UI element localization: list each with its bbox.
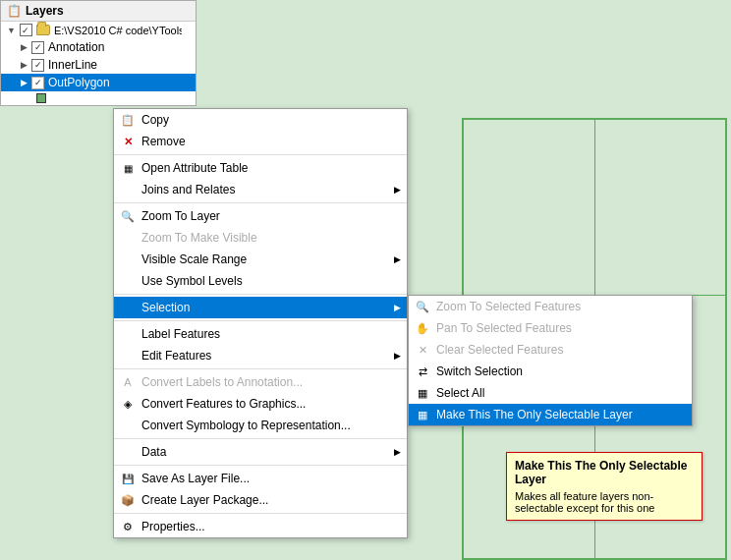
submenu-pan-selected-label: Pan To Selected Features (436, 321, 572, 335)
collapse-arrow-folder[interactable]: ▼ (7, 26, 16, 35)
menu-item-joins-relates[interactable]: Joins and Relates (114, 179, 407, 200)
symbol-levels-icon (120, 273, 136, 289)
switch-selection-icon: ⇄ (415, 364, 430, 379)
submenu-switch-selection[interactable]: ⇄ Switch Selection (409, 361, 692, 382)
convert-annotation-icon: A (120, 374, 136, 390)
layer-square-symbol (36, 93, 46, 103)
layer-item-innerline[interactable]: ▶ InnerLine (1, 56, 196, 74)
menu-item-save-layer[interactable]: 💾 Save As Layer File... (114, 468, 407, 489)
menu-item-properties[interactable]: ⚙ Properties... (114, 516, 407, 537)
menu-item-joins-label: Joins and Relates (141, 183, 235, 196)
layers-panel: 📋 Layers ▼ E:\VS2010 C# code\YTools\YToo… (0, 0, 197, 106)
joins-icon (120, 182, 136, 197)
zoom-selected-icon: 🔍 (415, 299, 430, 314)
menu-item-convert-graphics[interactable]: ◈ Convert Features to Graphics... (114, 393, 407, 415)
separator-1 (114, 154, 407, 155)
menu-item-scale-range[interactable]: Visible Scale Range (114, 249, 407, 270)
data-icon (120, 444, 136, 460)
collapse-arrow-outpolygon[interactable]: ▶ (21, 78, 28, 87)
separator-7 (114, 465, 407, 466)
tooltip-title: Make This The Only Selectable Layer (515, 459, 694, 486)
submenu-zoom-selected-label: Zoom To Selected Features (436, 300, 581, 313)
submenu-select-all[interactable]: ▦ Select All (409, 382, 692, 404)
collapse-arrow-annotation[interactable]: ▶ (21, 42, 28, 52)
menu-item-label-features[interactable]: Label Features (114, 323, 407, 345)
menu-item-symbol-levels[interactable]: Use Symbol Levels (114, 270, 407, 292)
separator-3 (114, 294, 407, 295)
layer-checkbox-outpolygon[interactable] (31, 77, 44, 89)
select-all-icon: ▦ (415, 385, 430, 401)
layer-folder-label: E:\VS2010 C# code\YTools\YTools\bin\D (54, 25, 182, 36)
menu-item-open-attribute-label: Open Attribute Table (141, 161, 249, 175)
separator-6 (114, 438, 407, 439)
make-selectable-icon: ▦ (415, 407, 430, 422)
menu-item-zoom-layer-label: Zoom To Layer (141, 209, 220, 223)
separator-4 (114, 320, 407, 321)
scale-range-icon (120, 252, 136, 267)
convert-symbology-icon (120, 418, 136, 433)
remove-icon: ✕ (120, 134, 136, 149)
layer-checkbox-annotation[interactable] (31, 41, 44, 54)
layer-checkbox-innerline[interactable] (31, 59, 44, 72)
menu-item-data[interactable]: Data (114, 441, 407, 463)
create-package-icon: 📦 (120, 492, 136, 508)
properties-icon: ⚙ (120, 519, 136, 534)
layer-item-annotation[interactable]: ▶ Annotation (1, 38, 196, 56)
clear-selected-icon: ✕ (415, 342, 430, 358)
menu-item-remove[interactable]: ✕ Remove (114, 131, 407, 152)
layer-symbol-row (1, 91, 196, 105)
layer-item-folder[interactable]: ▼ E:\VS2010 C# code\YTools\YTools\bin\D (1, 22, 196, 38)
menu-item-edit-features[interactable]: Edit Features (114, 345, 407, 366)
submenu-select-all-label: Select All (436, 386, 484, 400)
menu-item-copy-label: Copy (141, 113, 169, 127)
menu-item-zoom-layer[interactable]: 🔍 Zoom To Layer (114, 205, 407, 227)
submenu-pan-selected[interactable]: ✋ Pan To Selected Features (409, 317, 692, 339)
menu-item-zoom-visible-label: Zoom To Make Visible (141, 231, 257, 245)
tooltip-description: Makes all feature layers non-selectable … (515, 490, 694, 514)
tooltip: Make This The Only Selectable Layer Make… (506, 452, 703, 521)
layer-checkbox-folder[interactable] (20, 24, 32, 36)
layers-title: 📋 Layers (1, 1, 196, 22)
menu-item-selection[interactable]: Selection (114, 297, 407, 318)
menu-item-scale-label: Visible Scale Range (141, 252, 247, 266)
submenu-switch-label: Switch Selection (436, 364, 523, 378)
menu-item-convert-symbology[interactable]: Convert Symbology to Representation... (114, 415, 407, 436)
submenu-clear-selected[interactable]: ✕ Clear Selected Features (409, 339, 692, 361)
folder-icon (36, 25, 50, 35)
layers-title-label: Layers (26, 4, 64, 18)
zoom-layer-icon: 🔍 (120, 208, 136, 224)
menu-item-save-label: Save As Layer File... (141, 472, 250, 485)
pan-selected-icon: ✋ (415, 320, 430, 336)
table-icon: ▦ (120, 160, 136, 176)
edit-features-icon (120, 348, 136, 364)
selection-submenu: 🔍 Zoom To Selected Features ✋ Pan To Sel… (408, 295, 693, 426)
save-layer-icon: 💾 (120, 471, 136, 486)
menu-item-convert-graphics-label: Convert Features to Graphics... (141, 397, 306, 411)
menu-item-symbol-levels-label: Use Symbol Levels (141, 274, 243, 288)
submenu-make-only-selectable[interactable]: ▦ Make This The Only Selectable Layer (409, 404, 692, 425)
menu-item-convert-annotation-label: Convert Labels to Annotation... (141, 375, 303, 389)
layer-outpolygon-label: OutPolygon (48, 76, 110, 89)
menu-item-properties-label: Properties... (141, 520, 205, 533)
menu-item-create-package-label: Create Layer Package... (141, 493, 268, 507)
menu-item-selection-label: Selection (141, 301, 190, 314)
separator-2 (114, 202, 407, 203)
selection-icon (120, 300, 136, 315)
convert-graphics-icon: ◈ (120, 396, 136, 412)
menu-item-remove-label: Remove (141, 135, 186, 148)
menu-item-create-package[interactable]: 📦 Create Layer Package... (114, 489, 407, 511)
menu-item-zoom-visible[interactable]: Zoom To Make Visible (114, 227, 407, 249)
copy-icon: 📋 (120, 112, 136, 128)
collapse-arrow-innerline[interactable]: ▶ (21, 60, 28, 70)
layer-innerline-label: InnerLine (48, 58, 97, 72)
layer-item-outpolygon[interactable]: ▶ OutPolygon (1, 74, 196, 91)
submenu-zoom-selected[interactable]: 🔍 Zoom To Selected Features (409, 296, 692, 317)
menu-item-label-label: Label Features (141, 327, 220, 341)
layer-annotation-label: Annotation (48, 40, 104, 54)
menu-item-open-attribute-table[interactable]: ▦ Open Attribute Table (114, 157, 407, 179)
menu-item-data-label: Data (141, 445, 166, 459)
menu-item-copy[interactable]: 📋 Copy (114, 109, 407, 131)
menu-item-convert-annotation[interactable]: A Convert Labels to Annotation... (114, 371, 407, 393)
separator-5 (114, 368, 407, 369)
context-menu: 📋 Copy ✕ Remove ▦ Open Attribute Table J… (113, 108, 408, 538)
